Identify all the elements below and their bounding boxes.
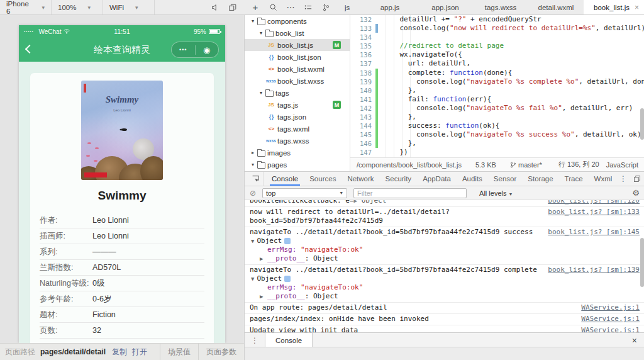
search-icon[interactable] bbox=[267, 1, 279, 14]
devtools-tab[interactable]: Sensor bbox=[488, 172, 522, 186]
devtools-tab[interactable]: Console bbox=[266, 172, 304, 186]
code-line: 143 }, bbox=[350, 113, 644, 121]
zoom-select[interactable]: 100% ▾ bbox=[52, 0, 103, 14]
context-select[interactable]: top ▼ bbox=[262, 188, 347, 198]
editor-tab[interactable]: detail.wxml bbox=[528, 0, 584, 14]
tree-item[interactable]: ▸ images bbox=[245, 147, 350, 159]
exit-record-icon[interactable]: ◉ bbox=[196, 46, 219, 54]
clear-console-icon[interactable]: ⊘ bbox=[250, 189, 256, 198]
page-params-tab[interactable]: 页面参数 bbox=[198, 344, 244, 360]
inspect-element-icon[interactable] bbox=[248, 172, 264, 186]
code-lines: 132 detailUrl += "?" + encodedQueryStr 1… bbox=[350, 15, 644, 157]
expand-icon[interactable]: ▶ bbox=[260, 256, 263, 262]
devtools-tab[interactable]: Sources bbox=[304, 172, 341, 186]
more-options-icon[interactable]: ⋯ bbox=[284, 1, 297, 14]
expand-icon[interactable]: ▶ bbox=[260, 293, 263, 300]
tree-item[interactable]: < > book_list.wxml bbox=[245, 63, 350, 75]
editor-tab[interactable]: app.js bbox=[362, 0, 418, 14]
line-number: 140 bbox=[350, 86, 375, 95]
tree-expander-icon[interactable]: ▾ bbox=[258, 30, 264, 36]
copy-path-link[interactable]: 复制 bbox=[112, 347, 127, 357]
console-settings-icon[interactable]: ⚙ bbox=[632, 188, 640, 198]
inline-object[interactable]: ▶ Object bbox=[354, 200, 387, 205]
devtools-tabs: ConsoleSourcesNetworkSecurityAppDataAudi… bbox=[245, 172, 644, 186]
log-source-link[interactable]: WAService.js:1 bbox=[575, 303, 640, 312]
tree-item[interactable]: { } book_list.json bbox=[245, 51, 350, 63]
tree-item-label: book_list.js bbox=[277, 42, 313, 49]
log-source-link[interactable]: book_list.js? [sm]:139 bbox=[541, 266, 640, 274]
console-log-area[interactable]: bookItemClickCallback: e= ▶ Object book_… bbox=[245, 200, 644, 332]
capsule-menu: ••• ◉ bbox=[171, 42, 219, 58]
editor-tab[interactable]: tags.wxss bbox=[473, 0, 528, 14]
outline-list-icon[interactable] bbox=[302, 1, 314, 14]
git-branch-icon bbox=[510, 161, 516, 169]
field-label: 作者: bbox=[40, 215, 92, 226]
tree-item[interactable]: ▾ tags bbox=[245, 87, 350, 99]
console-scrollbar[interactable] bbox=[640, 238, 644, 287]
devtools-tab[interactable]: Network bbox=[341, 172, 379, 186]
file-path: /components/book_list/book_list.js bbox=[357, 161, 462, 169]
tree-expander-icon[interactable]: ▾ bbox=[258, 90, 264, 96]
line-number: 135 bbox=[350, 42, 375, 50]
devtools-tab[interactable]: Storage bbox=[522, 172, 558, 186]
close-drawer-icon[interactable]: × bbox=[625, 335, 644, 346]
tree-item-label: images bbox=[267, 149, 291, 157]
file-type-icon: wxss bbox=[266, 79, 276, 83]
drawer-console-tab[interactable]: Console bbox=[265, 333, 313, 348]
log-message: Update view with init data bbox=[250, 326, 358, 332]
scene-value-tab[interactable]: 场景值 bbox=[160, 344, 198, 360]
devtools-tab[interactable]: Audits bbox=[457, 172, 488, 186]
log-source-link[interactable]: book_list.js? [sm]:133 bbox=[541, 208, 640, 225]
tree-item[interactable]: ▾ book_list bbox=[245, 27, 350, 39]
code-text: //redirect to detail page bbox=[378, 42, 504, 50]
devtools-tab[interactable]: Security bbox=[380, 172, 418, 186]
editor-tab[interactable]: app.json bbox=[418, 0, 473, 14]
tree-item[interactable]: { } tags.json bbox=[245, 111, 350, 123]
devtools-tab[interactable]: AppData bbox=[417, 172, 457, 186]
tree-expander-icon[interactable]: ▾ bbox=[250, 18, 256, 24]
tree-expander-icon[interactable]: ▾ bbox=[250, 162, 256, 167]
tree-item[interactable]: JS tags.js M bbox=[245, 99, 350, 111]
network-select[interactable]: WiFi ▾ bbox=[103, 0, 155, 14]
tree-item[interactable]: wxss tags.wxss bbox=[245, 135, 350, 147]
bottom-filler bbox=[245, 347, 644, 360]
context-value: top bbox=[266, 189, 275, 197]
device-select[interactable]: iPhone 6 ▾ bbox=[0, 0, 52, 14]
editor-scrollbar[interactable] bbox=[640, 108, 644, 140]
filter-input[interactable] bbox=[353, 188, 467, 198]
collapse-icon[interactable]: ▼ bbox=[251, 274, 254, 283]
console-drawer-bar: ⋮ Console × bbox=[245, 332, 644, 347]
sound-icon[interactable] bbox=[209, 1, 221, 14]
undock-icon[interactable] bbox=[633, 175, 641, 183]
tree-item[interactable]: ▾ pages bbox=[245, 159, 350, 171]
log-source-link[interactable]: book_list.js? [sm]:120 bbox=[541, 200, 640, 205]
new-file-icon[interactable]: + bbox=[249, 1, 262, 14]
cascade-windows-icon[interactable] bbox=[226, 1, 239, 14]
tree-item[interactable]: ▾ components bbox=[245, 15, 350, 27]
tree-item[interactable]: JS book_list.js M bbox=[245, 39, 350, 51]
devtools-tab[interactable]: Wxml bbox=[589, 172, 618, 186]
drawer-menu-icon[interactable]: ⋮ bbox=[245, 336, 265, 345]
tree-expander-icon[interactable]: ▸ bbox=[250, 150, 256, 155]
code-text: complete: function(done){ bbox=[378, 69, 512, 77]
git-icon[interactable] bbox=[319, 1, 332, 14]
field-label: 题材: bbox=[40, 310, 92, 320]
log-source-link[interactable]: book_list.js? [sm]:145 bbox=[541, 228, 640, 237]
code-editor[interactable]: 132 detailUrl += "?" + encodedQueryStr 1… bbox=[350, 15, 644, 157]
open-path-link[interactable]: 打开 bbox=[132, 347, 147, 357]
devtools-tab[interactable]: Trace bbox=[559, 172, 589, 186]
log-source-link[interactable]: WAService.js:1 bbox=[575, 315, 640, 323]
editor-tab[interactable]: book_list.js × bbox=[584, 0, 644, 14]
log-levels-select[interactable]: All levels ▼ bbox=[479, 189, 513, 197]
menu-dots-icon[interactable]: ••• bbox=[172, 47, 195, 53]
language-mode[interactable]: JavaScript bbox=[606, 161, 638, 169]
log-source-link[interactable]: WAService.js:1 bbox=[575, 326, 640, 332]
tree-item[interactable]: < > tags.wxml bbox=[245, 123, 350, 135]
git-branch-indicator[interactable]: master* bbox=[510, 161, 542, 169]
editor-tab[interactable]: js bbox=[345, 0, 362, 14]
collapse-icon[interactable]: ▼ bbox=[251, 237, 254, 245]
tab-close-icon[interactable]: × bbox=[635, 3, 639, 12]
devtools-menu-icon[interactable]: ⋮ bbox=[619, 174, 627, 183]
file-size: 5.3 KB bbox=[475, 161, 496, 169]
tree-item[interactable]: wxss book_list.wxss bbox=[245, 75, 350, 87]
